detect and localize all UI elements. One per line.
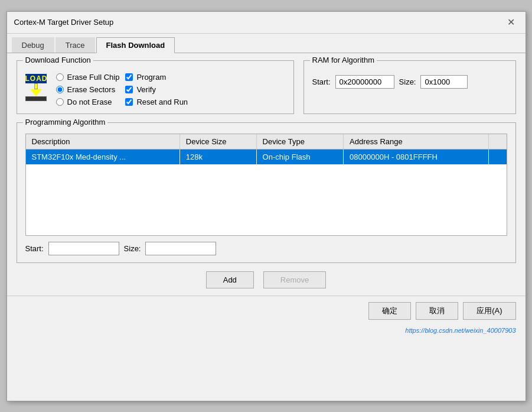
radio-erase-sectors[interactable]: Erase Sectors [56,85,120,94]
cell-device-type: On-chip Flash [256,149,344,164]
radio-erase-full-chip-input[interactable] [56,73,64,81]
ram-size-input[interactable] [420,75,468,89]
cancel-button[interactable]: 取消 [416,302,458,320]
ok-button[interactable]: 确定 [368,302,411,320]
add-remove-buttons: Add Remove [17,271,516,288]
col-extra [489,134,507,150]
algo-size-input[interactable] [145,242,216,255]
radio-erase-sectors-label: Erase Sectors [67,85,116,94]
cell-address-range: 08000000H - 0801FFFFH [344,149,489,164]
algo-table-wrapper: Description Device Size Device Type Addr… [25,134,507,236]
table-empty-area [26,164,507,235]
load-arrow [25,83,47,96]
algo-table: Description Device Size Device Type Addr… [26,134,507,235]
tab-debug[interactable]: Debug [12,37,54,53]
radio-options: Erase Full Chip Erase Sectors Do not Era… [56,73,120,106]
checkbox-verify[interactable]: Verify [125,85,188,94]
tab-flash-download[interactable]: Flash Download [96,37,175,53]
radio-erase-sectors-input[interactable] [56,86,64,93]
empty-cell [26,164,507,235]
col-device-size: Device Size [179,134,256,150]
load-icon-container: LOAD [25,73,50,101]
download-function-group: Download Function LOAD [17,60,294,114]
checkbox-options: Program Verify Reset and Run [125,73,188,106]
radio-erase-full-chip-label: Erase Full Chip [67,73,120,82]
checkbox-reset-and-run-input[interactable] [125,98,133,106]
checkbox-verify-label: Verify [136,85,156,94]
programming-algorithm-group: Programming Algorithm Description Device… [17,122,516,263]
title-bar: Cortex-M Target Driver Setup ✕ [7,12,526,34]
ram-start-label: Start: [312,77,331,86]
download-function-inner: LOAD Erase Full Chip [25,70,285,106]
load-img: LOAD [25,74,50,100]
close-button[interactable]: ✕ [504,17,518,28]
download-function-legend: Download Function [23,56,93,64]
chip-base [25,96,47,101]
load-text: LOAD [25,74,47,83]
algo-bottom: Start: Size: [25,242,507,255]
algo-size-label: Size: [124,244,141,253]
dialog-title: Cortex-M Target Driver Setup [14,18,114,27]
col-description: Description [26,134,180,150]
cell-device-size: 128k [179,149,256,164]
radio-do-not-erase-input[interactable] [56,98,64,106]
apply-button[interactable]: 应用(A) [463,302,515,320]
arrow-head [30,89,42,96]
radio-do-not-erase[interactable]: Do not Erase [56,98,120,106]
bottom-bar: 确定 取消 应用(A) [7,296,526,326]
checkbox-reset-and-run[interactable]: Reset and Run [125,98,188,106]
tab-content: Download Function LOAD [7,53,526,296]
col-address-range: Address Range [344,134,489,150]
cell-description: STM32F10x Med-density ... [26,149,180,164]
watermark: https://blog.csdn.net/weixin_40007903 [7,326,526,336]
main-dialog: Cortex-M Target Driver Setup ✕ Debug Tra… [6,11,526,401]
table-row[interactable]: STM32F10x Med-density ... 128k On-chip F… [26,149,507,164]
top-row: Download Function LOAD [17,60,516,114]
checkbox-reset-and-run-label: Reset and Run [136,98,188,106]
add-button[interactable]: Add [206,271,254,288]
tab-bar: Debug Trace Flash Download [7,34,526,53]
ram-for-algorithm-group: RAM for Algorithm Start: Size: [303,60,516,114]
cell-extra [489,149,507,164]
checkbox-verify-input[interactable] [125,86,133,93]
algo-start-input[interactable] [48,242,119,255]
checkbox-program-input[interactable] [125,73,133,81]
remove-button[interactable]: Remove [263,271,326,288]
ram-start-input[interactable] [335,75,394,89]
programming-algorithm-legend: Programming Algorithm [23,118,108,126]
checkbox-program[interactable]: Program [125,73,188,82]
ram-for-algorithm-legend: RAM for Algorithm [310,56,377,64]
col-device-type: Device Type [256,134,344,150]
radio-erase-full-chip[interactable]: Erase Full Chip [56,73,120,82]
algo-table-body: STM32F10x Med-density ... 128k On-chip F… [26,149,507,235]
table-header-row: Description Device Size Device Type Addr… [26,134,507,150]
ram-size-label: Size: [399,77,416,86]
checkbox-program-label: Program [136,73,166,82]
algo-start-label: Start: [25,244,44,253]
arrow-shaft [34,83,38,89]
tab-trace[interactable]: Trace [56,37,95,53]
ram-inner: Start: Size: [312,75,507,89]
radio-do-not-erase-label: Do not Erase [67,98,112,106]
